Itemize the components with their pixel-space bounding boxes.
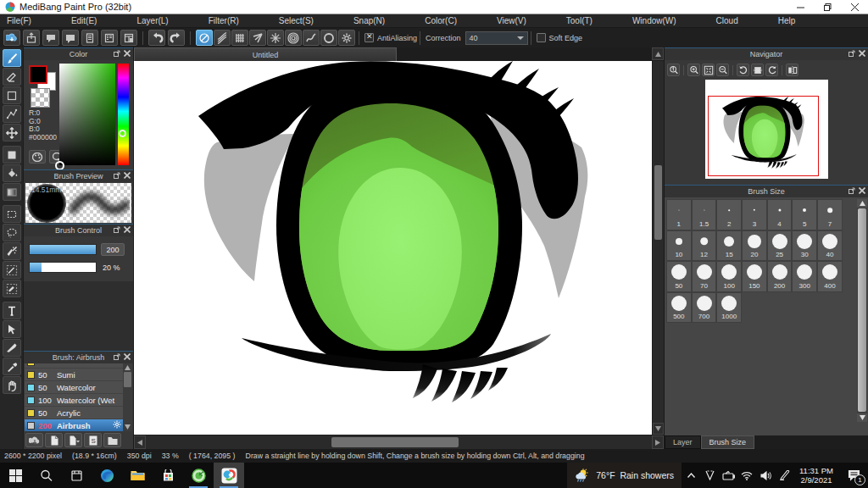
tool-bucket[interactable] xyxy=(3,164,21,182)
close-icon[interactable] xyxy=(124,353,131,360)
brush-item-watercolor[interactable]: 50Watercolor xyxy=(25,381,123,394)
palette-icon[interactable] xyxy=(29,150,46,164)
tray-chevron-up-icon[interactable] xyxy=(682,463,700,488)
scrollbar-thumb[interactable] xyxy=(124,372,131,387)
cloud-download-button[interactable] xyxy=(25,433,43,447)
menu-select[interactable]: Select(S) xyxy=(279,16,314,25)
brush-opacity-slider[interactable] xyxy=(29,262,97,273)
canvas-scroll-down[interactable] xyxy=(653,423,664,435)
brush-size-200[interactable]: 200 xyxy=(767,261,793,292)
navigator-thumbnail[interactable] xyxy=(705,80,828,179)
brush-size-10[interactable]: 10 xyxy=(666,230,692,262)
rotate-cw-button[interactable] xyxy=(765,64,778,76)
foreground-color-swatch[interactable] xyxy=(29,65,47,84)
zoom-in-button[interactable] xyxy=(687,64,700,76)
brush-size-20[interactable]: 20 xyxy=(742,230,767,262)
document-button[interactable] xyxy=(81,30,98,46)
tool-text[interactable] xyxy=(3,302,21,319)
menu-color[interactable]: Color(C) xyxy=(425,16,457,25)
brush-size-40[interactable]: 40 xyxy=(817,230,843,262)
tool-select-lasso[interactable] xyxy=(3,224,21,241)
hscroll-thumb[interactable] xyxy=(331,437,459,447)
antialiasing-checkbox[interactable] xyxy=(364,33,374,42)
brush-size-7[interactable]: 7 xyxy=(817,199,843,230)
rotate-ccw-button[interactable] xyxy=(737,64,749,76)
brush-size-30[interactable]: 30 xyxy=(792,230,817,262)
brush-list-scrollbar[interactable] xyxy=(123,363,132,431)
close-icon[interactable] xyxy=(124,50,131,57)
tool-eraser[interactable] xyxy=(3,68,21,86)
snap-parallel-button[interactable] xyxy=(214,30,231,46)
brush-size-1.5[interactable]: 1.5 xyxy=(692,199,717,230)
brush-size-50[interactable]: 50 xyxy=(666,261,692,292)
tool-select-rect[interactable] xyxy=(3,205,21,223)
snap-settings-button[interactable] xyxy=(338,30,355,46)
brush-size-scrollbar[interactable] xyxy=(857,199,867,422)
taskbar-file-explorer-button[interactable] xyxy=(122,463,153,488)
comment-button[interactable] xyxy=(42,30,59,46)
tool-polyline[interactable] xyxy=(3,105,21,123)
notification-center-button[interactable]: 1 xyxy=(839,463,868,488)
new-brush-menu-button[interactable] xyxy=(64,433,82,447)
brush-size-1000[interactable]: 1000 xyxy=(716,292,742,324)
popout-icon[interactable] xyxy=(114,50,120,57)
menu-window[interactable]: Window(W) xyxy=(632,16,676,25)
soft-edge-checkbox[interactable] xyxy=(537,33,546,42)
gear-icon[interactable] xyxy=(113,420,121,430)
tool-fill-rect[interactable] xyxy=(3,146,21,164)
brush-size-400[interactable]: 400 xyxy=(817,261,843,292)
snap-vanishing-button[interactable] xyxy=(249,30,266,46)
taskbar-search-button[interactable] xyxy=(31,463,61,488)
close-button[interactable] xyxy=(841,0,868,14)
navigator-view[interactable] xyxy=(665,80,868,185)
scrollbar-thumb[interactable] xyxy=(858,208,866,412)
close-icon[interactable] xyxy=(859,187,865,194)
tray-stylus-icon[interactable] xyxy=(775,463,793,488)
flip-horizontal-button[interactable] xyxy=(786,64,798,76)
canvas-scroll-right[interactable] xyxy=(652,435,664,449)
document-tab[interactable]: Untitled xyxy=(134,47,397,61)
rotate-reset-button[interactable] xyxy=(751,64,764,76)
brush-size-4[interactable]: 4 xyxy=(767,199,793,230)
script-brush-button[interactable]: S xyxy=(84,433,102,447)
tool-magic-wand[interactable] xyxy=(3,242,21,260)
weather-widget[interactable]: 76°F Rain showers xyxy=(567,463,682,488)
tray-tablet-battery-icon[interactable] xyxy=(719,463,737,488)
tool-hand[interactable] xyxy=(3,376,21,394)
tab-brush-size[interactable]: Brush Size xyxy=(701,435,755,449)
brush-item-sumi[interactable]: 50Sumi xyxy=(25,369,123,381)
brush-item-acrylic[interactable]: 50Acrylic xyxy=(25,407,123,419)
tool-brush[interactable] xyxy=(3,49,21,67)
brush-size-slider[interactable] xyxy=(29,244,97,255)
taskbar-clock[interactable]: 11:31 PM2/9/2021 xyxy=(793,466,839,485)
scroll-up-icon[interactable] xyxy=(124,364,131,371)
brush-size-70[interactable]: 70 xyxy=(692,261,717,292)
hue-cursor[interactable] xyxy=(119,130,126,137)
snap-curve-button[interactable] xyxy=(303,30,320,46)
brush-size-15[interactable]: 15 xyxy=(716,230,742,262)
menu-view[interactable]: View(V) xyxy=(497,16,526,25)
taskbar-edge-button[interactable] xyxy=(92,463,122,488)
brush-size-5[interactable]: 5 xyxy=(792,199,817,230)
snap-off-button[interactable] xyxy=(196,30,213,46)
tool-object[interactable] xyxy=(3,320,21,338)
menu-cloud[interactable]: Cloud xyxy=(716,16,738,25)
brush-item-watercolor-wet[interactable]: 100Watercolor (Wet xyxy=(25,394,123,407)
comment-square-button[interactable] xyxy=(62,30,79,46)
snap-ellipse-button[interactable] xyxy=(320,30,337,46)
hue-bar[interactable] xyxy=(118,64,129,165)
menu-snap[interactable]: Snap(N) xyxy=(353,16,385,25)
brush-size-1[interactable]: 1 xyxy=(666,199,692,230)
navigator-viewport-rect[interactable] xyxy=(708,96,819,176)
transparent-color-swatch[interactable] xyxy=(31,88,50,108)
tool-gradient[interactable] xyxy=(3,183,21,201)
tray-v-app-icon[interactable] xyxy=(700,463,719,488)
brush-size-500[interactable]: 500 xyxy=(666,292,692,324)
minimize-button[interactable] xyxy=(787,0,814,14)
scroll-up-icon[interactable] xyxy=(857,199,867,208)
folder-button[interactable] xyxy=(103,433,121,447)
export-button[interactable] xyxy=(23,30,40,46)
zoom-reset-button[interactable] xyxy=(667,64,680,76)
maximize-button[interactable] xyxy=(814,0,841,14)
vscroll-thumb[interactable] xyxy=(654,165,662,240)
